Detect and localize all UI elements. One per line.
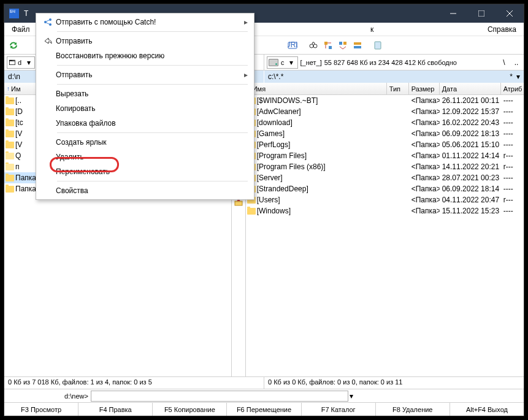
svg-point-27 (49, 23, 52, 26)
col-name[interactable]: Имя (246, 83, 387, 94)
command-line: d:\new> ▾ (4, 389, 524, 402)
status-left: 0 Кб из 7 018 Кб, файлов: 1 из 4, папок:… (4, 377, 264, 389)
list-item[interactable]: [Games] <Папка> 06.09.2022 18:13 ---- (246, 128, 524, 139)
drive-letter-right: c (281, 59, 285, 66)
status-row: 0 Кб из 7 018 Кб, файлов: 1 из 4, папок:… (4, 376, 524, 389)
status-right: 0 Кб из 0 Кб, файлов: 0 из 0, папок: 0 и… (264, 377, 524, 389)
chevron-down-icon[interactable]: ▾ (516, 72, 520, 81)
list-item[interactable]: [download] <Папка> 16.02.2022 20:43 ---- (246, 117, 524, 128)
svg-rect-13 (354, 46, 361, 48)
svg-rect-10 (339, 42, 342, 45)
fkey-button[interactable]: F4 Правка (78, 403, 153, 416)
drive-icon (269, 59, 278, 66)
menu-file[interactable]: Файл (7, 24, 35, 35)
binoculars-icon[interactable] (307, 39, 320, 52)
chevron-right-icon: ▸ (242, 18, 248, 26)
svg-rect-11 (343, 42, 346, 45)
ctx-send-to[interactable]: Отправить ▸ (37, 67, 253, 82)
cmdline-input[interactable] (91, 391, 348, 402)
menu-mid[interactable]: к (365, 24, 378, 35)
fkey-button[interactable]: F5 Копирование (153, 403, 227, 416)
list-item[interactable]: [PerfLogs] <Папка> 05.06.2021 15:10 ---- (246, 139, 524, 150)
right-filelist[interactable]: [$WINDOWS.~BT] <Папка> 26.11.2021 00:11 … (246, 95, 524, 376)
ctx-delete[interactable]: Удалить (37, 150, 253, 164)
ctx-send-catch[interactable]: Отправить с помощью Catch! ▸ (37, 15, 253, 29)
dropdown-icon: ▾ (287, 58, 296, 67)
list-item[interactable]: [Server] <Папка> 28.07.2021 00:23 ---- (246, 172, 524, 183)
close-button[interactable] (495, 4, 524, 23)
chevron-right-icon: ▸ (242, 71, 248, 79)
ctx-cut[interactable]: Вырезать (37, 86, 253, 101)
svg-rect-12 (354, 42, 361, 45)
ctx-pack[interactable]: Упаковка файлов (37, 116, 253, 131)
menu-help[interactable]: Справка (483, 24, 521, 35)
right-columns: Имя Тип Размер Дата Атриб (246, 83, 524, 95)
fkeys-bar: F3 ПросмотрF4 ПравкаF5 КопированиеF6 Пер… (4, 402, 524, 416)
ctx-shortcut[interactable]: Создать ярлык (37, 135, 253, 150)
list-item[interactable]: [Program Files] <Папка> 01.11.2022 14:14… (246, 150, 524, 161)
list-item[interactable]: [Program Files (x86)] <Папка> 14.11.2022… (246, 161, 524, 172)
col-size[interactable]: Размер (409, 83, 440, 94)
svg-rect-8 (324, 42, 327, 45)
list-item[interactable]: [StrandedDeep] <Папка> 06.09.2022 18:14 … (246, 183, 524, 194)
svg-rect-1 (478, 10, 484, 17)
svg-point-26 (49, 18, 52, 21)
ctx-restore[interactable]: Восстановить прежнюю версию (37, 48, 253, 63)
col-date[interactable]: Дата (440, 83, 501, 94)
svg-point-7 (313, 44, 317, 48)
ctx-copy[interactable]: Копировать (37, 101, 253, 116)
share-icon (40, 36, 56, 46)
star-icon[interactable]: * (510, 72, 513, 81)
fkey-button[interactable]: F6 Перемещение (227, 403, 301, 416)
list-item[interactable]: [Users] <Папка> 04.11.2022 20:47 r--- (246, 194, 524, 205)
minimize-button[interactable] (439, 4, 467, 23)
fkey-button[interactable]: Alt+F4 Выход (450, 403, 524, 416)
dropdown-icon: ▾ (24, 58, 33, 67)
root-button[interactable]: \ (499, 58, 509, 67)
fkey-button[interactable]: F7 Каталог (302, 403, 376, 416)
tool1-icon[interactable] (321, 39, 335, 52)
list-item[interactable]: [$WINDOWS.~BT] <Папка> 26.11.2021 00:11 … (246, 95, 524, 106)
url-icon[interactable]: URL (286, 39, 299, 52)
share-icon (40, 17, 56, 27)
path-right[interactable]: c:\*.* (268, 72, 510, 81)
drive-select-left[interactable]: 🗔 d ▾ (7, 56, 35, 69)
col-type[interactable]: Тип (387, 83, 409, 94)
fkey-button[interactable]: F3 Просмотр (4, 403, 78, 416)
refresh-icon[interactable] (7, 39, 20, 52)
app-icon (9, 9, 19, 18)
ctx-rename[interactable]: Переименовать (37, 164, 253, 179)
drive-label-right: [_нет_] (300, 59, 322, 66)
list-item[interactable]: [AdwCleaner] <Папка> 12.09.2022 15:37 --… (246, 106, 524, 117)
col-attr[interactable]: Атриб (501, 83, 524, 94)
ctx-send[interactable]: Отправить (37, 34, 253, 48)
fkey-button[interactable]: F8 Удаление (376, 403, 450, 416)
ctx-properties[interactable]: Свойства (37, 183, 253, 198)
svg-rect-14 (375, 42, 381, 49)
chevron-down-icon[interactable]: ▾ (350, 392, 353, 400)
app-window: T Файл к Справка URL 🗔 d (4, 4, 524, 416)
right-panel: Имя Тип Размер Дата Атриб [$WINDOWS.~BT]… (246, 83, 524, 376)
drive-select-right[interactable]: c ▾ (267, 56, 298, 69)
context-menu: Отправить с помощью Catch! ▸ Отправить В… (36, 13, 254, 200)
drive-letter-left: d (18, 59, 21, 66)
svg-rect-9 (329, 46, 332, 49)
cmdline-label: d:\new> (64, 392, 88, 400)
tool4-icon[interactable] (372, 39, 385, 52)
svg-text:URL: URL (288, 40, 297, 49)
svg-point-6 (310, 44, 313, 48)
svg-rect-24 (235, 201, 242, 205)
list-item[interactable]: [Windows] <Папка> 15.11.2022 15:23 ---- (246, 205, 524, 216)
tool3-icon[interactable] (351, 39, 364, 52)
drive-free-right: 55 827 648 Кб из 234 428 412 Кб свободно (324, 59, 497, 66)
up-button[interactable]: .. (511, 58, 521, 67)
tool2-icon[interactable] (336, 39, 350, 52)
maximize-button[interactable] (467, 4, 495, 23)
